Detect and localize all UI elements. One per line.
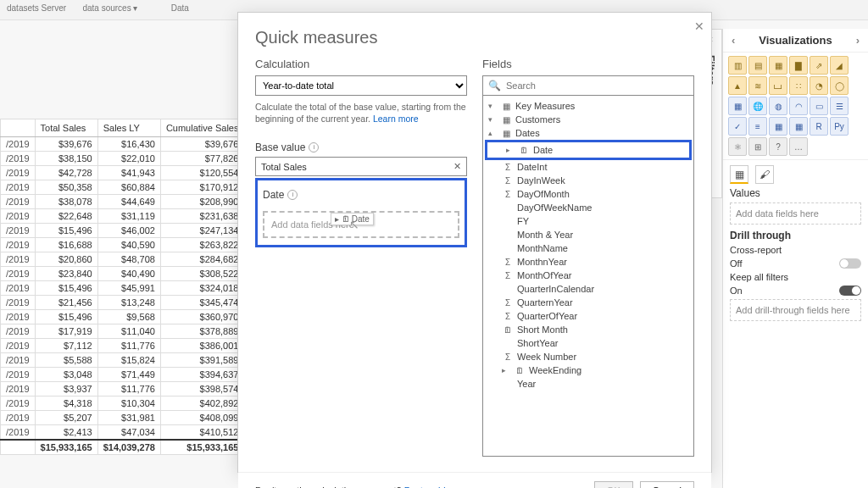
drillthrough-dropzone[interactable]: Add drill-through fields here bbox=[730, 299, 861, 321]
fields-column: Fields 🔍 ▾▦Key Measures ▾▦Customers ▴▦Da… bbox=[482, 58, 694, 457]
base-value-text: Total Sales bbox=[261, 162, 307, 172]
viz-multirow-icon[interactable]: ☰ bbox=[830, 97, 849, 115]
viz-area-icon[interactable]: ◢ bbox=[830, 56, 849, 75]
viz-gallery: ▥ ▤ ▦ ▇ ⇗ ◢ ▲ ≋ ⌴ ∷ ◔ ◯ ▦ 🌐 ◍ ◠ ▭ ☰ ✓ ≡ … bbox=[723, 53, 868, 159]
tree-field-monthofyear[interactable]: ΣMonthOfYear bbox=[483, 269, 693, 282]
cross-report-label: Cross-report bbox=[730, 245, 782, 255]
tree-field-shortyear[interactable]: ShortYear bbox=[483, 336, 693, 350]
tree-field-dateint[interactable]: ΣDateInt bbox=[483, 160, 693, 174]
viz-treemap-icon[interactable]: ▦ bbox=[728, 97, 747, 115]
chevron-left-icon[interactable]: ‹ bbox=[730, 34, 737, 47]
date-label: Datei bbox=[263, 189, 459, 201]
viz-qna-icon[interactable]: ? bbox=[769, 137, 787, 156]
close-icon[interactable]: ✕ bbox=[694, 19, 704, 33]
viz-donut-icon[interactable]: ◯ bbox=[830, 76, 849, 95]
tree-field-monthname[interactable]: MonthName bbox=[483, 241, 693, 255]
viz-stackedarea-icon[interactable]: ▲ bbox=[728, 76, 747, 95]
tree-field-shortmonth[interactable]: 🗓Short Month bbox=[483, 323, 693, 336]
fields-tree[interactable]: ▾▦Key Measures ▾▦Customers ▴▦Dates ▸🗓Dat… bbox=[482, 96, 694, 457]
viz-map-icon[interactable]: 🌐 bbox=[748, 97, 767, 115]
learn-more-link[interactable]: Learn more bbox=[373, 114, 419, 124]
ribbon-group-label: Data bbox=[164, 0, 196, 16]
viz-line-icon[interactable]: ⇗ bbox=[810, 56, 828, 75]
keep-filters-toggle[interactable] bbox=[839, 286, 861, 296]
tree-field-fy[interactable]: FY bbox=[483, 214, 693, 228]
viz-slicer-icon[interactable]: ≡ bbox=[748, 117, 767, 136]
tree-field-monthnyear[interactable]: ΣMonthnYear bbox=[483, 255, 693, 269]
viz-py-icon[interactable]: Py bbox=[830, 117, 849, 136]
viz-r-icon[interactable]: R bbox=[810, 117, 828, 136]
clear-base-value-icon[interactable]: ✕ bbox=[453, 161, 461, 172]
tree-field-quarterincalendar[interactable]: QuarterInCalendar bbox=[483, 282, 693, 296]
viz-scatter-icon[interactable]: ∷ bbox=[789, 76, 808, 95]
tree-table-dates[interactable]: ▴▦Dates bbox=[483, 126, 693, 140]
cursor-icon: ↖ bbox=[349, 218, 359, 231]
ok-button[interactable]: OK bbox=[594, 481, 633, 488]
calculation-column: Calculation Year-to-date total Calculate… bbox=[255, 58, 467, 457]
background-table: Total Sales Sales LY Cumulative Sales Cu… bbox=[0, 119, 237, 455]
tree-field-dayofmonth[interactable]: ΣDayOfMonth bbox=[483, 187, 693, 201]
tree-field-quarterofyear[interactable]: ΣQuarterOfYear bbox=[483, 309, 693, 323]
values-label: Values bbox=[730, 187, 861, 199]
cancel-button[interactable]: Cancel bbox=[640, 481, 694, 488]
calculation-select[interactable]: Year-to-date total bbox=[255, 75, 467, 96]
dialog-title: Quick measures bbox=[255, 28, 694, 47]
tree-field-weeknumber[interactable]: ΣWeek Number bbox=[483, 350, 693, 363]
cross-report-toggle[interactable] bbox=[839, 258, 861, 269]
dialog-footer: Don't see the calculation you want? Post… bbox=[238, 472, 711, 488]
quick-measures-dialog: ✕ Quick measures Calculation Year-to-dat… bbox=[237, 12, 712, 473]
viz-table-icon[interactable]: ▦ bbox=[769, 117, 787, 136]
base-value-field[interactable]: Total Sales ✕ bbox=[255, 157, 467, 176]
fields-header: Fields bbox=[482, 58, 694, 70]
fields-tab-icon[interactable]: ▦ bbox=[730, 165, 748, 184]
viz-bar-icon[interactable]: ▤ bbox=[748, 56, 767, 75]
viz-more-icon[interactable]: … bbox=[789, 137, 808, 156]
tree-table-customers[interactable]: ▾▦Customers bbox=[483, 113, 693, 126]
viz-column-icon[interactable]: ▇ bbox=[789, 56, 808, 75]
viz-matrix-icon[interactable]: ▦ bbox=[789, 117, 808, 136]
viz-title: Visualizations bbox=[759, 34, 832, 47]
viz-decomp-icon[interactable]: ⊞ bbox=[748, 137, 767, 156]
tree-field-year[interactable]: Year bbox=[483, 377, 693, 391]
col-header[interactable]: Cumulative Sales bbox=[160, 119, 244, 137]
base-value-label: Base valuei bbox=[255, 141, 467, 153]
tree-field-dayofweekname[interactable]: DayOfWeekName bbox=[483, 201, 693, 214]
viz-filledmap-icon[interactable]: ◍ bbox=[769, 97, 787, 115]
viz-gauge-icon[interactable]: ◠ bbox=[789, 97, 808, 115]
viz-ribbon-icon[interactable]: ≋ bbox=[748, 76, 767, 95]
viz-stackedbar-icon[interactable]: ▥ bbox=[728, 56, 747, 75]
ribbon-seg: datasets Server bbox=[0, 0, 73, 16]
tree-field-date[interactable]: ▸🗓Date bbox=[485, 140, 692, 160]
tree-field-quarternyear[interactable]: ΣQuarternYear bbox=[483, 296, 693, 309]
tree-field-weekending[interactable]: ▸🗓WeekEnding bbox=[483, 363, 693, 377]
viz-clusteredcol-icon[interactable]: ▦ bbox=[769, 56, 787, 75]
fields-search[interactable]: 🔍 bbox=[482, 75, 694, 96]
calculation-header: Calculation bbox=[255, 58, 467, 70]
keep-filters-state: On bbox=[730, 286, 743, 296]
info-icon[interactable]: i bbox=[287, 190, 298, 200]
search-icon: 🔍 bbox=[488, 80, 501, 92]
tree-field-dayinweek[interactable]: ΣDayInWeek bbox=[483, 174, 693, 187]
keep-filters-label: Keep all filters bbox=[730, 272, 788, 282]
values-dropzone[interactable]: Add data fields here bbox=[730, 202, 861, 225]
ribbon-seg: data sources ▾ bbox=[75, 0, 144, 16]
visualizations-pane: ‹ Visualizations › ▥ ▤ ▦ ▇ ⇗ ◢ ▲ ≋ ⌴ ∷ ◔… bbox=[722, 29, 868, 488]
drillthrough-title: Drill through bbox=[730, 230, 861, 241]
col-header[interactable]: Sales LY bbox=[97, 119, 160, 137]
format-tab-icon[interactable]: 🖌 bbox=[755, 165, 774, 184]
calculation-help: Calculate the total of the base value, s… bbox=[255, 101, 467, 125]
col-header[interactable]: Total Sales bbox=[35, 119, 97, 137]
cross-report-state: Off bbox=[730, 258, 742, 269]
info-icon[interactable]: i bbox=[309, 142, 319, 152]
search-input[interactable] bbox=[506, 80, 688, 91]
viz-kpi-icon[interactable]: ✓ bbox=[728, 117, 747, 136]
tree-field-monthyear[interactable]: Month & Year bbox=[483, 228, 693, 241]
date-field-highlight: Datei Add data fields here ▸ 🗓 Date ↖ bbox=[255, 178, 467, 247]
viz-keyinflu-icon[interactable]: ⚛ bbox=[728, 137, 747, 156]
date-dropzone[interactable]: Add data fields here ▸ 🗓 Date ↖ bbox=[263, 211, 459, 238]
chevron-right-icon[interactable]: › bbox=[854, 34, 861, 47]
tree-table-keymeasures[interactable]: ▾▦Key Measures bbox=[483, 99, 693, 113]
viz-pie-icon[interactable]: ◔ bbox=[810, 76, 828, 95]
viz-card-icon[interactable]: ▭ bbox=[810, 97, 828, 115]
viz-waterfall-icon[interactable]: ⌴ bbox=[769, 76, 787, 95]
